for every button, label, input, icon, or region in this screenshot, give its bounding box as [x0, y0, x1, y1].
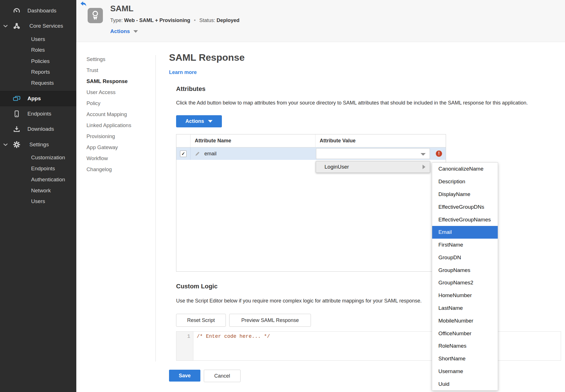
sidebar-label: Dashboards [27, 8, 56, 14]
column-header-attribute-value: Attribute Value [315, 134, 446, 147]
gauge-icon [13, 7, 21, 15]
editor-line-number: 1 [176, 332, 193, 360]
menu-item-email-selected[interactable]: Email [432, 226, 498, 239]
menu-item-rolenames[interactable]: RoleNames [432, 340, 498, 352]
sidebar-item-customization[interactable]: Customization [0, 154, 65, 162]
type-label: Type: [110, 18, 123, 23]
row-checkbox[interactable]: ✓ [180, 151, 187, 157]
tab-trust[interactable]: Trust [86, 65, 131, 76]
status-label: Status: [199, 18, 215, 23]
meta-separator: • [192, 18, 198, 23]
tab-app-gateway[interactable]: App Gateway [86, 142, 131, 153]
sidebar-item-endpoints[interactable]: Endpoints [0, 110, 51, 118]
save-button[interactable]: Save [169, 370, 200, 382]
attributes-table: Attribute Name Attribute Value ✓ email ! [176, 134, 446, 272]
chevron-down-icon [208, 120, 213, 123]
type-value: Web - SAML + Provisioning [124, 18, 190, 23]
tab-user-access[interactable]: User Access [86, 87, 131, 98]
menu-item-username[interactable]: Username [432, 365, 498, 378]
header-actions-menu[interactable]: Actions [110, 28, 138, 34]
editor-code-area[interactable]: /* Enter code here... */ [193, 332, 561, 360]
chevron-down-icon [133, 30, 138, 33]
tab-settings[interactable]: Settings [86, 54, 131, 65]
menu-item-effectivegroupnames[interactable]: EffectiveGroupNames [432, 213, 498, 226]
chevron-down-icon [421, 153, 426, 156]
checkbox-column-header [176, 134, 191, 147]
menu-item-groupdn[interactable]: GroupDN [432, 251, 498, 264]
sidebar-item-downloads[interactable]: Downloads [0, 125, 54, 133]
core-services-icon [13, 22, 21, 30]
menu-item-displayname[interactable]: DisplayName [432, 188, 498, 201]
sidebar-label: Core Services [29, 23, 63, 29]
sidebar-item-users-settings[interactable]: Users [0, 197, 45, 205]
custom-logic-heading: Custom Logic [176, 283, 218, 290]
reset-script-button[interactable]: Reset Script [176, 314, 226, 327]
menu-item-uuid[interactable]: Uuid [432, 378, 498, 390]
cancel-button[interactable]: Cancel [204, 370, 241, 382]
sidebar-item-authentication[interactable]: Authentication [0, 176, 65, 184]
sidebar-item-roles[interactable]: Roles [0, 46, 45, 54]
menu-item-mobilenumber[interactable]: MobileNumber [432, 314, 498, 327]
loginuser-attribute-submenu: CanonicalizeName Description DisplayName… [432, 162, 498, 391]
attributes-heading: Attributes [176, 85, 205, 93]
menu-item-description[interactable]: Description [432, 175, 498, 188]
table-header-row: Attribute Name Attribute Value [176, 134, 446, 147]
edit-pencil-icon[interactable] [195, 151, 200, 156]
app-header: SAML Type: Web - SAML + Provisioning • S… [76, 0, 565, 42]
app-title: SAML [110, 4, 133, 13]
mobile-device-icon [13, 110, 21, 118]
sidebar-label: Apps [27, 95, 41, 102]
menu-item-groupnames2[interactable]: GroupNames2 [432, 276, 498, 289]
script-editor: 1 /* Enter code here... */ [176, 331, 561, 361]
tab-changelog[interactable]: Changelog [86, 164, 131, 175]
attributes-actions-button[interactable]: Actions [176, 115, 222, 127]
tab-saml-response[interactable]: SAML Response [86, 76, 131, 87]
sidebar-item-policies[interactable]: Policies [0, 57, 49, 65]
page-title: SAML Response [169, 52, 245, 63]
sidebar-item-users[interactable]: Users [0, 35, 45, 43]
chevron-down-icon [3, 141, 8, 149]
attribute-name-cell: email [204, 151, 217, 157]
sidebar-item-requests[interactable]: Requests [0, 79, 54, 87]
gear-icon [13, 141, 21, 149]
saml-app-icon [88, 8, 103, 23]
submenu-arrow-icon [423, 165, 425, 169]
menu-item-shortname[interactable]: ShortName [432, 352, 498, 365]
sidebar-item-settings[interactable]: Settings [0, 141, 49, 149]
menu-item-lastname[interactable]: LastName [432, 302, 498, 315]
menu-item-firstname[interactable]: FirstName [432, 239, 498, 251]
column-header-attribute-name: Attribute Name [191, 134, 315, 147]
status-badge: Deployed [217, 18, 239, 23]
download-icon [13, 125, 21, 133]
tab-linked-applications[interactable]: Linked Applications [86, 120, 131, 131]
sidebar-item-network[interactable]: Network [0, 187, 51, 195]
menu-item-groupnames[interactable]: GroupNames [432, 264, 498, 276]
tab-provisioning[interactable]: Provisioning [86, 131, 131, 142]
tab-workflow[interactable]: Workflow [86, 153, 131, 164]
menu-item-officenumber[interactable]: OfficeNumber [432, 327, 498, 340]
sidebar-item-endpoints-settings[interactable]: Endpoints [0, 165, 55, 173]
sidebar-item-apps-selected[interactable]: Apps [0, 91, 76, 106]
sidebar-item-core-services[interactable]: Core Services [0, 22, 63, 30]
chevron-down-icon [3, 22, 8, 30]
app-config-nav: Settings Trust SAML Response User Access… [86, 54, 131, 175]
back-icon[interactable] [80, 1, 86, 7]
table-row[interactable]: ✓ email ! [176, 147, 446, 160]
sidebar-item-dashboards[interactable]: Dashboards [0, 7, 56, 15]
apps-icon [13, 95, 21, 103]
sidebar: Dashboards Core Services Users Roles Pol… [0, 0, 76, 392]
preview-saml-response-button[interactable]: Preview SAML Response [229, 314, 311, 327]
custom-logic-description: Use the Script Editor below if you requi… [176, 298, 422, 304]
sidebar-item-reports[interactable]: Reports [0, 68, 50, 76]
tab-account-mapping[interactable]: Account Mapping [86, 109, 131, 120]
menu-item-canonicalizename[interactable]: CanonicalizeName [432, 163, 498, 175]
check-icon: ✓ [181, 151, 185, 156]
tab-policy[interactable]: Policy [86, 98, 131, 109]
app-meta-row: Type: Web - SAML + Provisioning • Status… [110, 18, 239, 23]
attribute-value-dropdown[interactable] [316, 148, 430, 159]
learn-more-link[interactable]: Learn more [169, 69, 197, 75]
menu-item-effectivegroupdns[interactable]: EffectiveGroupDNs [432, 201, 498, 213]
menu-item-homenumber[interactable]: HomeNumber [432, 289, 498, 302]
attributes-description: Click the Add button below to map attrib… [176, 100, 528, 106]
value-picker-menu-loginuser[interactable]: LoginUser [316, 161, 430, 173]
